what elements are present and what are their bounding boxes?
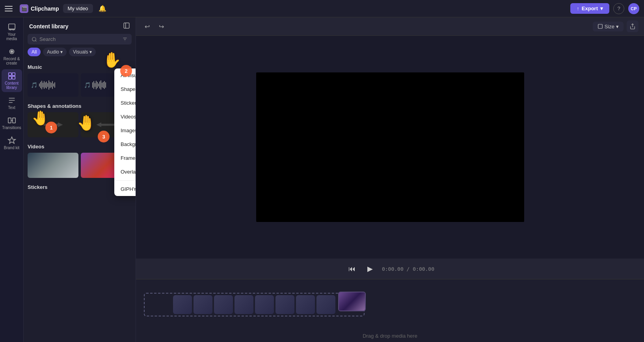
clipchamp-logo-icon: 🎬 — [20, 4, 28, 13]
timeline-seg-8 — [316, 295, 335, 314]
timeline-seg-3 — [214, 295, 233, 314]
sidebar-item-transitions[interactable]: Transitions — [2, 114, 22, 132]
skip-back-button[interactable]: ⏮ — [346, 263, 358, 275]
export-button[interactable]: ↑ Export ▾ — [570, 3, 609, 14]
music-note-icon-2: 🎵 — [84, 82, 91, 88]
content-library-panel: Content library All Audio ▾ — [24, 17, 136, 342]
svg-rect-5 — [8, 76, 11, 79]
dropdown-item-giphy[interactable]: GIPHY — [114, 182, 136, 196]
sidebar-item-brand-kit[interactable]: Brand kit — [2, 134, 22, 152]
svg-rect-9 — [124, 23, 129, 28]
sidebar-item-label: Text — [8, 105, 15, 110]
main-layout: Your media Record & create Content libra… — [0, 17, 644, 342]
dropdown-divider — [114, 180, 136, 181]
video-thumb-1[interactable] — [28, 153, 78, 178]
playback-controls: ⏮ ▶ 0:00.00 / 0:00.00 — [136, 259, 644, 279]
undo-button[interactable]: ↩ — [141, 21, 153, 32]
timeline-track — [136, 279, 644, 330]
videos-section-title: Videos — [28, 144, 44, 150]
arrow-left-shape — [97, 122, 116, 127]
search-bar — [28, 34, 132, 44]
waveform-2 — [92, 79, 106, 91]
sidebar-item-record-create[interactable]: Record & create — [2, 45, 22, 68]
preview-canvas — [256, 72, 524, 222]
drag-drop-hint: Drag & drop media here — [136, 330, 644, 342]
size-label: Size — [605, 24, 614, 30]
svg-point-2 — [11, 50, 13, 53]
audio-chevron-icon: ▾ — [60, 49, 63, 55]
timeline-seg-6 — [275, 295, 294, 314]
sidebar-item-label: Brand kit — [4, 146, 19, 150]
arrow-right-shape — [43, 122, 63, 127]
notification-bell-icon[interactable]: 🔔 — [97, 3, 108, 14]
visuals-filter-label: Visuals — [73, 49, 88, 55]
sidebar-item-label: Record & create — [3, 57, 20, 65]
dropdown-item-shapes[interactable]: Shapes & annotations — [114, 82, 136, 96]
preview-area — [136, 36, 644, 259]
svg-rect-0 — [8, 24, 15, 29]
svg-rect-6 — [12, 76, 15, 79]
filter-audio-dropdown[interactable]: Audio ▾ — [43, 48, 67, 56]
dropdown-item-backgrounds[interactable]: Backgrounds — [114, 137, 136, 151]
filter-visuals-dropdown[interactable]: Visuals ▾ — [69, 48, 95, 56]
stickers-section-title: Stickers — [28, 184, 48, 190]
svg-rect-4 — [12, 73, 15, 76]
icon-sidebar: Your media Record & create Content libra… — [0, 17, 24, 342]
audio-filter-label: Audio — [47, 49, 59, 55]
timeline-seg-2 — [194, 295, 212, 314]
timeline-seg-5 — [255, 295, 274, 314]
panel-title: Content library — [29, 23, 69, 30]
dropdown-item-frames[interactable]: Frames & borders — [114, 151, 136, 165]
dropdown-item-all-visuals[interactable]: All visuals — [114, 68, 136, 82]
video-thumb-1-image — [28, 153, 78, 178]
collapse-panel-button[interactable] — [123, 22, 130, 31]
size-icon — [597, 24, 603, 29]
dropdown-item-images[interactable]: Images — [114, 124, 136, 137]
avatar[interactable]: CP — [628, 3, 639, 14]
share-button[interactable] — [627, 20, 638, 32]
search-input[interactable] — [39, 36, 120, 42]
panel-header: Content library — [24, 17, 136, 34]
timeline-seg-1 — [173, 295, 192, 314]
app-logo: 🎬 Clipchamp — [20, 4, 59, 13]
timeline-clip[interactable] — [144, 293, 365, 316]
visuals-chevron-icon: ▾ — [89, 49, 92, 55]
playback-time: 0:00.00 / 0:00.00 — [382, 266, 434, 272]
dropdown-item-stickers[interactable]: Stickers — [114, 96, 136, 110]
export-chevron-icon: ▾ — [600, 6, 603, 11]
sidebar-item-label: Your media — [3, 32, 20, 41]
visuals-dropdown-menu: All visuals Shapes & annotations Sticker… — [114, 68, 136, 196]
sidebar-item-your-media[interactable]: Your media — [2, 20, 22, 43]
app-name: Clipchamp — [31, 6, 59, 12]
sidebar-item-label: Transitions — [2, 126, 21, 130]
music-note-icon: 🎵 — [31, 82, 37, 88]
svg-rect-14 — [598, 24, 602, 29]
waveform-1 — [39, 79, 55, 91]
search-icon — [32, 37, 37, 42]
music-section-title: Music — [28, 64, 42, 70]
sidebar-item-content-library[interactable]: Content library — [2, 69, 22, 92]
dropdown-item-overlays[interactable]: Overlays — [114, 165, 136, 179]
editor-toolbar: ↩ ↪ Size ▾ — [136, 17, 644, 36]
shape-item-arrow-right[interactable] — [28, 112, 78, 137]
svg-point-10 — [32, 37, 36, 41]
editor-area: ↩ ↪ Size ▾ ⏮ ▶ 0:00 — [136, 17, 644, 342]
filter-icon[interactable] — [122, 37, 128, 42]
music-item-1[interactable]: 🎵 — [28, 73, 78, 97]
redo-button[interactable]: ↪ — [156, 21, 167, 32]
timeline-thumbnail-image — [339, 292, 365, 311]
sidebar-item-text[interactable]: Text — [2, 94, 22, 112]
svg-rect-8 — [12, 118, 15, 123]
play-button[interactable]: ▶ — [364, 263, 376, 275]
size-button[interactable]: Size ▾ — [593, 22, 624, 31]
dropdown-item-videos[interactable]: Videos — [114, 110, 136, 124]
topbar: 🎬 Clipchamp My video 🔔 ↑ Export ▾ ? CP — [0, 0, 644, 17]
timeline-seg-7 — [296, 295, 315, 314]
hamburger-menu-button[interactable] — [5, 3, 16, 14]
help-button[interactable]: ? — [613, 3, 624, 14]
export-icon: ↑ — [577, 6, 579, 11]
size-chevron-icon: ▾ — [616, 24, 619, 30]
filter-all-button[interactable]: All — [28, 48, 41, 56]
project-title[interactable]: My video — [63, 4, 93, 13]
timeline-thumbnail — [338, 292, 366, 311]
